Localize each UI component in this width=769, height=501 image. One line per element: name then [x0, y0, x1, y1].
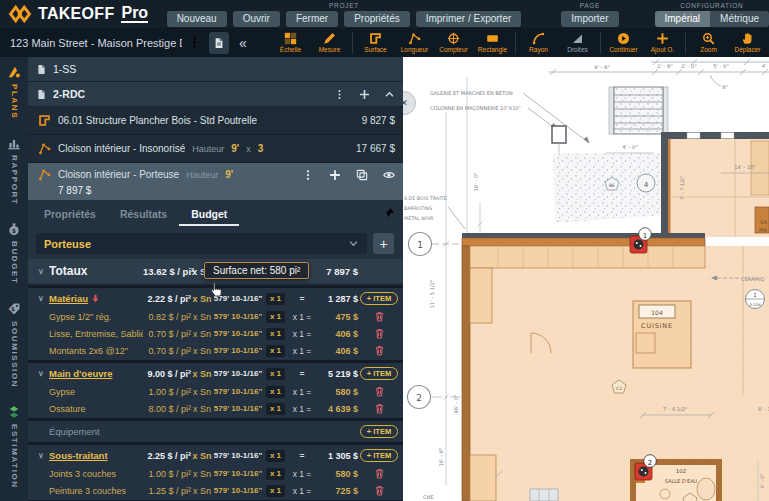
- takeoff-item-06-01-structure-plancher-bois-std-poutrelle[interactable]: 06.01 Structure Plancher Bois - Std Pout…: [28, 107, 403, 135]
- budget-icon: $: [7, 222, 21, 236]
- budget-section-header-sous-traitant[interactable]: ∨Sous-traitant2.25 $ / pi²x Sn579' 10-1/…: [28, 446, 403, 465]
- assembly-dropdown[interactable]: Porteuse: [36, 233, 367, 254]
- budget-row-peinture-3-couches[interactable]: Peinture 3 couches1.25 $ / pi²x Sn579' 1…: [28, 482, 403, 499]
- surface-tooltip: Surface net: 580 pi²: [204, 262, 309, 279]
- trash-icon[interactable]: [374, 311, 385, 322]
- add-item-button[interactable]: + ITEM: [360, 367, 398, 380]
- upper-right-rooms: 14' - 10" 7' - 7 1/2": [661, 132, 769, 237]
- tool-rectangle-button[interactable]: Rectangle: [473, 32, 512, 53]
- page-icon: [36, 89, 47, 100]
- kebab-menu-icon[interactable]: [302, 169, 314, 181]
- chevron-down-icon: [348, 238, 359, 249]
- rail-plans-tab[interactable]: PLANS: [7, 65, 21, 119]
- row-factor: x Sn: [191, 404, 213, 414]
- item-controls: [302, 169, 395, 181]
- trash-icon[interactable]: [374, 468, 385, 479]
- row-amount: 580 $: [316, 469, 358, 479]
- nouveau-button[interactable]: Nouveau: [167, 11, 227, 27]
- trash-icon[interactable]: [374, 328, 385, 339]
- trash-icon[interactable]: [374, 345, 385, 356]
- row-mult-equals: x 1 =: [288, 486, 316, 496]
- budget-row-gypse-1-2-reg[interactable]: Gypse 1/2" rég.0.82 $ / pi²x Sn579' 10-1…: [28, 308, 403, 325]
- multiplier-badge: x 1: [266, 293, 285, 305]
- item-name: Cloison intérieur - Porteuse: [58, 169, 179, 180]
- rail-estimation-tab[interactable]: ESTIMATION: [7, 405, 21, 489]
- budget-row-ossature[interactable]: Ossature8.00 $ / pi²x Sn579' 10-1/16"x 1…: [28, 400, 403, 417]
- ouvrir-button[interactable]: Ouvrir: [233, 11, 280, 27]
- takeoff-item-cloison-interieur-porteuse[interactable]: Cloison intérieur - PorteuseHauteur9'7 8…: [28, 163, 403, 200]
- budget-row-montants-2x6-12[interactable]: Montants 2x6 @12"0.70 $ / pi²x Sn579' 10…: [28, 342, 403, 359]
- section-label: Équipement: [49, 426, 143, 437]
- importer-button[interactable]: Importer: [561, 11, 618, 27]
- add-item-button[interactable]: + ITEM: [360, 292, 398, 305]
- rail-soumission-tab[interactable]: $SOUMISSION: [7, 302, 21, 388]
- svg-text:BE: BE: [609, 183, 615, 188]
- row-multiplier: x 1: [263, 345, 288, 357]
- tool-zoom-button[interactable]: Zoom: [689, 32, 728, 53]
- row-mult-equals: x 1 =: [288, 387, 316, 397]
- add-item-button[interactable]: + ITEM: [360, 425, 398, 438]
- add-icon[interactable]: [359, 89, 370, 100]
- compteur-icon: [447, 32, 460, 45]
- tool-compteur-button[interactable]: Compteur: [434, 32, 473, 53]
- tool-rayon-button[interactable]: Rayon: [519, 32, 558, 53]
- svg-text:A-108: A-108: [749, 302, 761, 307]
- add-assembly-button[interactable]: +: [373, 233, 394, 254]
- add-item-button[interactable]: + ITEM: [360, 449, 398, 462]
- row-action: [358, 386, 400, 397]
- dim-label: 11' - 5 1/2": [429, 280, 435, 309]
- detail-tabs: PropriétésRésultatsBudget: [28, 200, 403, 226]
- page-document-button[interactable]: [209, 32, 229, 54]
- takeoff-item-cloison-interieur-insonorise[interactable]: Cloison intérieur - InsonoriséHauteur9'x…: [28, 135, 403, 163]
- tool-ajout-o-button[interactable]: Ajout O.: [643, 32, 682, 53]
- row-amount: 725 $: [316, 486, 358, 496]
- trash-icon[interactable]: [374, 386, 385, 397]
- item-amount: 17 667 $: [356, 143, 395, 154]
- collapse-icon[interactable]: [384, 89, 395, 100]
- detail-callout: 1 A-108: [746, 290, 765, 309]
- fermer-button[interactable]: Fermer: [286, 11, 338, 27]
- imperial-toggle[interactable]: Impérial: [655, 11, 711, 27]
- page-row-2-rdc[interactable]: 2-RDC: [28, 82, 403, 107]
- svg-text:$: $: [12, 227, 16, 234]
- tool-mesure-button[interactable]: Mesure: [310, 32, 349, 53]
- tool-longueur-button[interactable]: Longueur: [395, 32, 434, 53]
- trash-icon[interactable]: [374, 403, 385, 414]
- collapse-panel-button[interactable]: «: [239, 35, 247, 51]
- tab-budget[interactable]: Budget: [179, 202, 239, 226]
- section-multiplier: x 1: [263, 293, 288, 305]
- takeoff-wall-highlight: [462, 238, 705, 246]
- metrique-toggle[interactable]: Métrique: [710, 11, 769, 27]
- tool-surface-button[interactable]: Surface: [356, 32, 395, 53]
- row-multiplier: x 1: [263, 403, 288, 415]
- page-row-1-ss[interactable]: 1-SS: [28, 57, 403, 82]
- section-label: Matériau: [49, 293, 143, 304]
- tab-proprietes[interactable]: Propriétés: [32, 202, 108, 226]
- budget-section-header-main-d-oeuvre[interactable]: ∨Main d'oeuvre9.00 $ / pi²x Sn579' 10-1/…: [28, 364, 403, 383]
- kebab-menu-icon[interactable]: [334, 89, 345, 100]
- tool-continuer-button[interactable]: Continuer: [604, 32, 643, 53]
- visibility-icon[interactable]: [383, 169, 395, 181]
- tool-droites-button[interactable]: Droites: [558, 32, 597, 53]
- proprietes-button[interactable]: Propriétés: [344, 11, 410, 27]
- add-icon[interactable]: [329, 169, 341, 181]
- budget-row-lisse-entremise-sabliere[interactable]: Lisse, Entremise, Sablière0.70 $ / pi²x …: [28, 325, 403, 342]
- budget-section-header-equipement[interactable]: Équipement+ ITEM: [28, 422, 403, 441]
- dim-label: 2' - 0": [681, 63, 697, 69]
- tool-deplacer-button[interactable]: Déplacer: [728, 32, 767, 53]
- rail-budget-tab[interactable]: $BUDGET: [7, 222, 21, 284]
- budget-row-joints-3-couches[interactable]: Joints 3 couches1.00 $ / pi²x Sn579' 10-…: [28, 465, 403, 482]
- imprimer-exporter-button[interactable]: Imprimer / Exporter: [416, 11, 522, 27]
- tab-resultats[interactable]: Résultats: [108, 202, 179, 226]
- rail-label: PLANS: [10, 84, 19, 119]
- tool-echelle-button[interactable]: Échelle: [271, 32, 310, 53]
- trash-icon[interactable]: [374, 485, 385, 496]
- budget-row-gypse[interactable]: Gypse1.00 $ / pi²x Sn579' 10-1/16"x 1x 1…: [28, 383, 403, 400]
- rail-rapport-tab[interactable]: RAPPORT: [7, 136, 21, 205]
- plan-canvas[interactable]: ✕ 9' - 8" 1' - 8" 2' - 0" 5' - 0" 4' 8: [403, 57, 769, 501]
- row-factor: x Sn: [191, 387, 213, 397]
- pin-icon[interactable]: [383, 207, 395, 219]
- kebab-menu-icon[interactable]: [188, 36, 201, 49]
- duplicate-icon[interactable]: [356, 169, 368, 181]
- toolbar-divider: [685, 32, 686, 54]
